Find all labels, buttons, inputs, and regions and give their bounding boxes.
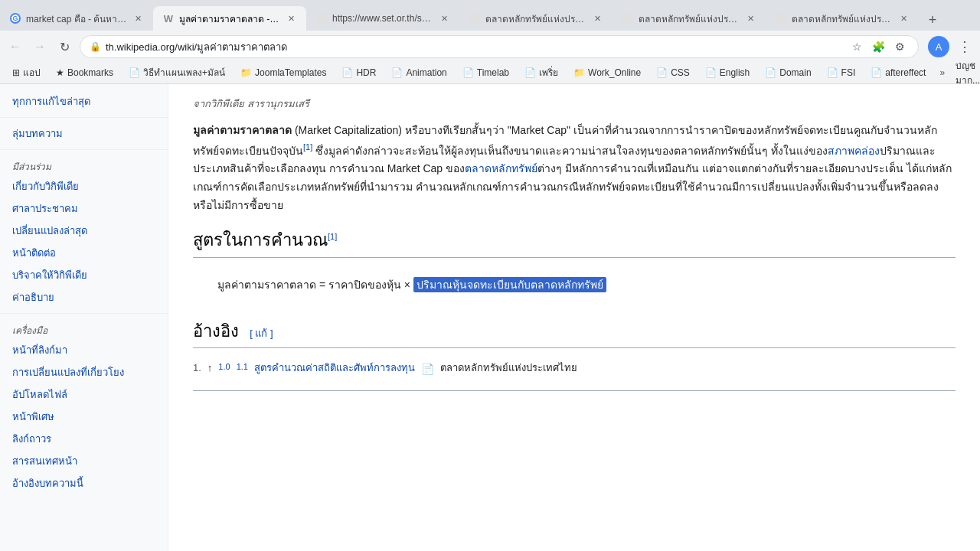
bookmark-apps-label: แอป (23, 65, 41, 80)
bookmark-songplan[interactable]: 📄 วิธีทำแผนเพลง+มัลน์ (122, 64, 231, 81)
bookmark-work-online[interactable]: 📁 Work_Online (567, 66, 647, 80)
chrome-extension-icon[interactable]: 🧩 (869, 37, 887, 56)
tab-6[interactable]: ตลาดหลักทรัพย์แห่งประเทศ... ✕ (766, 6, 919, 31)
sidebar-item-description[interactable]: ค่าอธิบาย (0, 286, 168, 308)
sidebar-item-donate[interactable]: บริจาคให้วิกิพีเดีย (0, 264, 168, 286)
bookmark-star-icon[interactable]: ☆ (848, 37, 866, 56)
bookmark-timelab[interactable]: 📄 Timelab (456, 66, 515, 80)
tab-3[interactable]: https://www.set.or.th/se... ✕ (306, 6, 459, 31)
tab-6-close[interactable]: ✕ (897, 12, 910, 24)
security-lock-icon: 🔒 (90, 41, 101, 52)
ref-link-text[interactable]: สูตรคำนวณค่าสถิติและศัพท์การลงทุน (254, 360, 415, 377)
sidebar-item-related-changes[interactable]: การเปลี่ยนแปลงที่เกี่ยวโยง (0, 361, 168, 383)
sidebar-item-page-info[interactable]: สารสนเทศหน้า (0, 450, 168, 472)
bookmark-domain-label: Domain (779, 67, 811, 78)
footnote-1[interactable]: [1] (303, 142, 312, 152)
sidebar-item-upload-file[interactable]: อัปโหลดไฟล์ (0, 383, 168, 406)
tab-2-favicon: W (162, 12, 175, 24)
tab-3-close[interactable]: ✕ (438, 12, 450, 24)
bookmark-fsi[interactable]: 📄 FSI (821, 66, 862, 80)
sidebar-item-article-group[interactable]: ลุ่มบทความ (0, 122, 168, 145)
sidebar-item-contact[interactable]: หน้าติดต่อ (0, 242, 168, 264)
address-bar-row: ← → ↻ 🔒 th.wikipedia.org/wiki/มูลค่าตามร… (0, 31, 980, 63)
formula-section-title: สูตรในการคำนวณ[1] (193, 227, 956, 257)
sidebar-item-whatlinkshere[interactable]: หน้าที่ลิงก์มา (0, 339, 168, 361)
bookmark-joomla[interactable]: 📁 JoomlaTemplates (234, 66, 332, 80)
apps-icon: ⊞ (12, 67, 20, 78)
bookmarks-overflow-button[interactable]: » (935, 66, 949, 80)
bookmark-apps[interactable]: ⊞ แอป (6, 64, 47, 81)
bookmark-domain[interactable]: 📄 Domain (759, 66, 817, 80)
tab-6-title: ตลาดหลักทรัพย์แห่งประเทศ... (792, 11, 893, 26)
sidebar-item-recent-edits[interactable]: เปลี่ยนแปลงล่าสุด (0, 220, 168, 242)
profile-name-label: บัญชีมาก... (956, 63, 980, 84)
bookmark-pery[interactable]: 📄 เพริ่ย (518, 64, 564, 81)
reference-item-1: 1. ↑ 1.0 1.1 สูตรคำนวณค่าสถิติและศัพท์กา… (193, 357, 956, 380)
address-bar[interactable]: 🔒 th.wikipedia.org/wiki/มูลค่าตามราคาตลา… (80, 35, 919, 58)
url-text: th.wikipedia.org/wiki/มูลค่าตามราคาตลาด (106, 39, 843, 55)
formula-text: มูลค่าตามราคาตลาด = ราคาปิดของหุ้น × (217, 279, 410, 291)
settings-icon[interactable]: ⚙ (890, 37, 909, 56)
sidebar-item-recent-changes[interactable]: ทุกการแก้ไขล่าสุด (0, 90, 168, 112)
tab-6-favicon (775, 12, 787, 24)
reload-button[interactable]: ↻ (55, 37, 74, 56)
link-stock-exchange[interactable]: ตลาดหลักทรัพย์ (465, 162, 537, 174)
fsi-icon: 📄 (827, 67, 838, 78)
tab-5-close[interactable]: ✕ (744, 12, 756, 24)
back-button[interactable]: ← (6, 37, 24, 56)
bookmarks-bar: ⊞ แอป ★ Bookmarks 📄 วิธีทำแผนเพลง+มัลน์ … (0, 63, 980, 84)
animation-icon: 📄 (391, 67, 403, 78)
bookmark-joomla-label: JoomlaTemplates (255, 67, 326, 78)
bookmark-bookmarks[interactable]: ★ Bookmarks (50, 66, 119, 80)
chrome-menu-button[interactable]: ⋮ (956, 37, 974, 56)
wiki-sidebar: ทุกการแก้ไขล่าสุด ลุ่มบทความ มีส่วนร่วม … (0, 84, 168, 551)
address-actions: ☆ 🧩 ⚙ (848, 37, 909, 56)
wiki-main-content: จากวิกิพีเดีย สารานุกรมเสรี มูลค่าตามราค… (168, 84, 980, 551)
bookmark-animation[interactable]: 📄 Animation (385, 66, 452, 80)
bookmark-english-label: English (720, 67, 750, 78)
sidebar-item-special-pages[interactable]: หน้าพิเศษ (0, 406, 168, 428)
tab-bar: G market cap คือ - ค้นหาค... ✕ W มูลค่าต… (0, 0, 980, 31)
sidebar-item-permalink[interactable]: ลิงก์ถาวร (0, 428, 168, 450)
bookmark-css-label: CSS (671, 67, 690, 78)
bookmark-bookmarks-label: Bookmarks (67, 67, 113, 78)
tab-4[interactable]: ตลาดหลักทรัพย์แห่งประเทศ... ✕ (459, 6, 612, 31)
sidebar-section-participate: มีส่วนร่วม (0, 155, 168, 175)
bookmark-timelab-label: Timelab (477, 67, 509, 78)
tab-5[interactable]: ตลาดหลักทรัพย์แห่งประเทศ... ✕ (612, 6, 766, 31)
tab-4-title: ตลาดหลักทรัพย์แห่งประเทศ... (485, 11, 586, 26)
tab-1[interactable]: G market cap คือ - ค้นหาค... ✕ (0, 6, 153, 31)
timelab-icon: 📄 (462, 67, 474, 78)
ref-sup-1[interactable]: 1.0 (218, 360, 230, 374)
formula-section: สูตรในการคำนวณ[1] มูลค่าตามราคาตลาด = รา… (193, 227, 956, 302)
bookmark-hdr[interactable]: 📄 HDR (335, 66, 382, 80)
sidebar-item-about-wiki[interactable]: เกี่ยวกับวิกิพีเดีย (0, 175, 168, 197)
tab-2-title: มูลค่าตามราคาตลาด - วิกิ... (179, 11, 280, 26)
tab-2-close[interactable]: ✕ (285, 12, 297, 24)
tab-1-close[interactable]: ✕ (132, 12, 144, 24)
english-icon: 📄 (705, 67, 717, 78)
new-tab-button[interactable]: + (922, 9, 943, 31)
formula-block: มูลค่าตามราคาตลาด = ราคาปิดของหุ้น × ปริ… (193, 267, 956, 302)
aftereffect-icon: 📄 (871, 67, 882, 78)
tab-3-title: https://www.set.or.th/se... (332, 13, 433, 24)
formula-footnote[interactable]: [1] (328, 232, 337, 241)
bookmark-aftereffect[interactable]: 📄 aftereffect (864, 66, 932, 80)
ref-arrow: ↑ (207, 360, 213, 377)
references-edit-link[interactable]: [ แก้ ] (250, 328, 273, 339)
tab-4-close[interactable]: ✕ (591, 12, 603, 24)
sidebar-item-sala[interactable]: ศาลาประชาคม (0, 197, 168, 220)
ref-pdf-icon: 📄 (421, 360, 434, 377)
forward-button[interactable]: → (31, 37, 49, 56)
ref-sup-2[interactable]: 1.1 (237, 360, 248, 374)
bookmark-hdr-label: HDR (356, 67, 376, 78)
link-liquidity[interactable]: สภาพคล่อง (828, 144, 880, 156)
bookmark-fsi-label: FSI (841, 67, 856, 78)
profile-button[interactable]: A (928, 36, 949, 57)
bookmark-english[interactable]: 📄 English (699, 66, 756, 80)
sidebar-item-cite[interactable]: อ้างอิงบทความนี้ (0, 472, 168, 494)
tab-1-title: market cap คือ - ค้นหาค... (26, 11, 127, 26)
bookmarks-folder-icon: ★ (56, 67, 64, 78)
bookmark-css[interactable]: 📄 CSS (650, 66, 696, 80)
tab-2[interactable]: W มูลค่าตามราคาตลาด - วิกิ... ✕ (153, 6, 306, 31)
